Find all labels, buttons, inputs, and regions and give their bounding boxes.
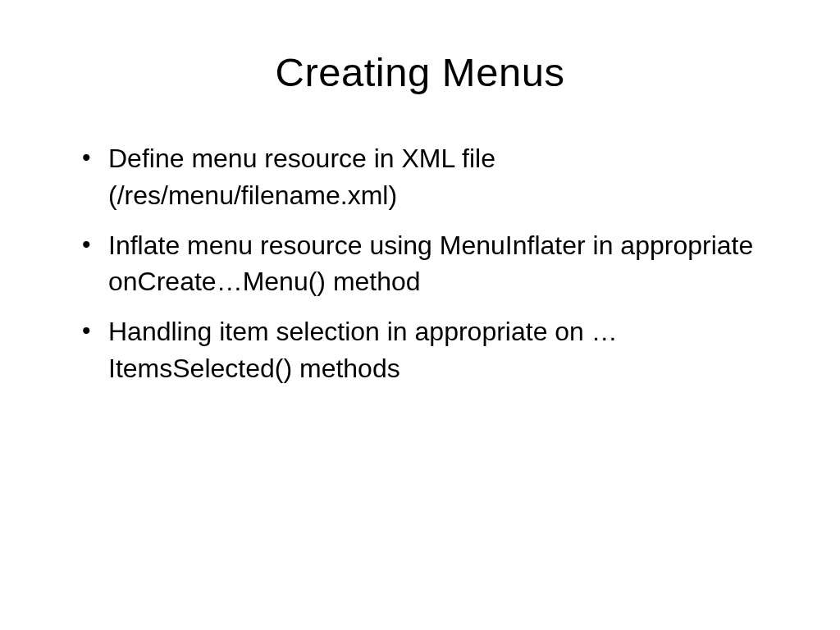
list-item: Handling item selection in appropriate o… — [82, 313, 783, 387]
list-item: Inflate menu resource using MenuInflater… — [82, 227, 783, 301]
slide-title: Creating Menus — [57, 49, 783, 95]
bullet-list: Define menu resource in XML file (/res/m… — [57, 140, 783, 387]
slide: Creating Menus Define menu resource in X… — [0, 0, 840, 630]
list-item: Define menu resource in XML file (/res/m… — [82, 140, 783, 214]
